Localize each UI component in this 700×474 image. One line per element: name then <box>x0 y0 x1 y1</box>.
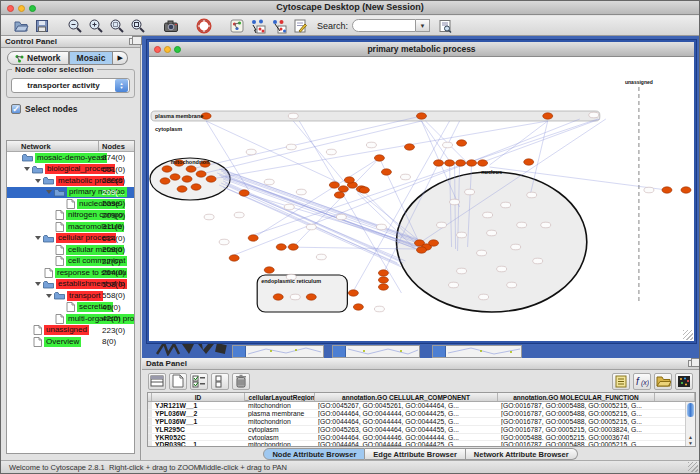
gene-node[interactable] <box>478 160 488 166</box>
gene-node[interactable] <box>296 189 306 195</box>
gene-node[interactable] <box>306 294 316 300</box>
gene-node[interactable] <box>533 258 543 264</box>
gene-node[interactable] <box>443 142 453 148</box>
gene-node[interactable] <box>348 290 358 296</box>
background-window[interactable] <box>232 345 324 358</box>
scrollbar-thumb[interactable] <box>687 403 694 417</box>
gene-node[interactable] <box>381 169 391 175</box>
gene-node[interactable] <box>288 113 298 119</box>
gene-node[interactable] <box>219 239 229 245</box>
gene-node[interactable] <box>511 244 521 250</box>
gene-node[interactable] <box>248 235 258 241</box>
gene-node[interactable] <box>239 190 249 196</box>
gene-node[interactable] <box>338 186 348 192</box>
select-nodes-checkbox[interactable]: ✓ <box>11 104 21 114</box>
gene-node[interactable] <box>449 282 459 288</box>
gene-node[interactable] <box>527 192 537 198</box>
gene-node[interactable] <box>366 142 376 148</box>
tree-row[interactable]: transport558(0) <box>7 290 134 302</box>
gene-node[interactable] <box>456 160 466 166</box>
tree-row[interactable]: response to stimulu264(0) <box>7 267 134 279</box>
gene-node[interactable] <box>191 184 201 190</box>
snapshot-icon[interactable] <box>161 17 181 35</box>
expand-arrow-icon[interactable] <box>35 179 41 183</box>
gene-node[interactable] <box>434 160 444 166</box>
gene-node[interactable] <box>378 270 388 276</box>
gene-node[interactable] <box>206 176 216 182</box>
table-row[interactable]: YPL036W__2plasma membrane[GO:0044464, GO… <box>148 410 695 418</box>
table-row[interactable]: YKR052Ccytoplasm[GO:0044464, GO:0044446,… <box>148 434 695 442</box>
tree-row[interactable]: primary metabo209(... <box>7 187 134 199</box>
gene-node[interactable] <box>477 250 487 256</box>
column-header[interactable]: annotation.GO MOLECULAR_FUNCTION <box>498 393 655 401</box>
expand-arrow-icon[interactable] <box>24 167 30 171</box>
gene-node[interactable] <box>306 224 316 230</box>
zoom-fit-icon[interactable] <box>128 17 148 35</box>
help-icon[interactable] <box>194 17 214 35</box>
gene-node[interactable] <box>404 144 414 150</box>
gene-node[interactable] <box>507 282 517 288</box>
gene-node[interactable] <box>445 160 455 166</box>
gene-node[interactable] <box>353 304 363 310</box>
attribute-select[interactable]: transporter activity ▲▼ <box>11 78 130 93</box>
formula-builder-icon[interactable]: f(x) <box>633 373 651 390</box>
expand-arrow-icon[interactable] <box>35 236 41 240</box>
gene-node[interactable] <box>497 266 507 272</box>
gene-node[interactable] <box>517 222 527 228</box>
attribute-table-header[interactable]: ID_cellularLayoutRegionannotation.GO CEL… <box>148 393 695 402</box>
gene-node[interactable] <box>316 254 326 260</box>
expand-arrow-icon[interactable] <box>35 282 41 286</box>
gene-node[interactable] <box>186 166 196 172</box>
gene-node[interactable] <box>170 174 180 180</box>
tree-row[interactable]: nucleobase-209(0) <box>7 198 134 210</box>
attribute-table-icon[interactable] <box>148 373 166 390</box>
gene-node[interactable] <box>182 176 192 182</box>
zoom-selected-icon[interactable] <box>107 17 127 35</box>
tree-row[interactable]: cellular process614(0) <box>7 233 134 245</box>
window-resize-grip[interactable] <box>683 330 693 340</box>
gene-node[interactable] <box>276 244 286 250</box>
app-resize-grip[interactable] <box>688 462 698 472</box>
tab-network[interactable]: Network <box>7 51 69 65</box>
gene-node[interactable] <box>359 187 369 193</box>
gene-node[interactable] <box>457 140 467 146</box>
gene-node[interactable] <box>524 159 534 165</box>
layout-edges-icon[interactable] <box>269 17 289 35</box>
tree-row[interactable]: establishment of lo558(0) <box>7 279 134 291</box>
search-input[interactable] <box>352 19 416 32</box>
gene-node[interactable] <box>286 144 296 150</box>
background-window[interactable] <box>332 345 420 358</box>
network-overview-icon[interactable] <box>227 17 247 35</box>
tree-row[interactable]: unassigned223(0) <box>7 325 134 337</box>
gene-node[interactable] <box>344 177 354 183</box>
table-row[interactable]: YLR295Ccytoplasm[GO:0045263, GO:0044464,… <box>148 426 695 434</box>
expand-arrow-icon[interactable] <box>46 190 52 194</box>
gene-node[interactable] <box>177 186 187 192</box>
gene-node[interactable] <box>681 187 691 193</box>
expand-arrow-icon[interactable] <box>46 294 52 298</box>
gene-node[interactable] <box>589 112 599 118</box>
gene-node[interactable] <box>644 187 654 193</box>
open-icon[interactable] <box>11 17 31 35</box>
gene-node[interactable] <box>457 268 467 274</box>
new-attribute-icon[interactable] <box>169 373 187 390</box>
gene-node[interactable] <box>326 149 336 155</box>
gene-node[interactable] <box>374 155 384 161</box>
import-attributes-icon[interactable] <box>654 373 672 390</box>
tab-node-attribute-browser[interactable]: Node Attribute Browser <box>263 448 365 460</box>
gene-node[interactable] <box>284 204 294 210</box>
network-window-title-bar[interactable]: primary metabolic process <box>149 42 694 57</box>
tree-row[interactable]: secretion41(0) <box>7 302 134 314</box>
tree-row[interactable]: biological_process651(0) <box>7 164 134 176</box>
gene-node[interactable] <box>376 224 386 230</box>
tab-network-attribute-browser[interactable]: Network Attribute Browser <box>466 448 578 460</box>
gene-node[interactable] <box>336 214 346 220</box>
tree-row[interactable]: multi-organism pro42(0) <box>7 313 134 325</box>
gene-node[interactable] <box>416 113 426 119</box>
gene-node[interactable] <box>501 202 511 208</box>
gene-node[interactable] <box>234 212 244 218</box>
tree-row[interactable]: Overview8(0) <box>7 336 134 348</box>
float-panel-icon[interactable] <box>688 360 696 367</box>
gene-node[interactable] <box>416 247 426 253</box>
gene-node[interactable] <box>246 149 256 155</box>
